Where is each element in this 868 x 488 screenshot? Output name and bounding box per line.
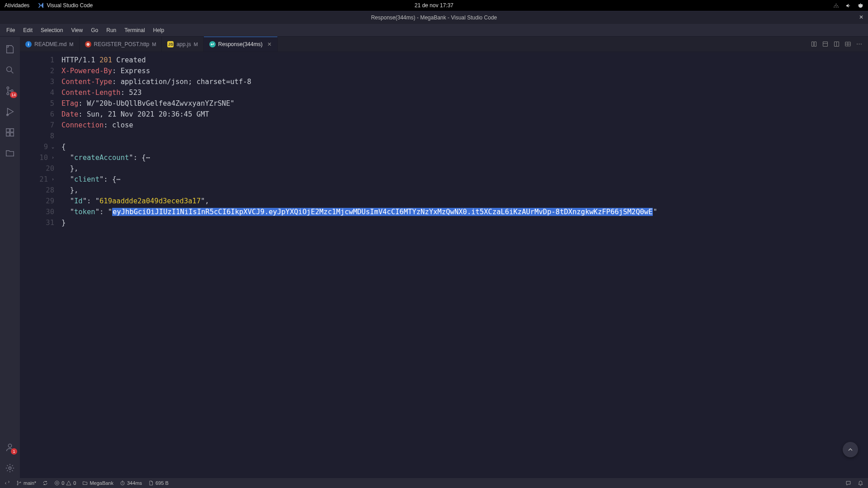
tab-readme[interactable]: i README.md M [20,37,80,52]
tab-close-button[interactable]: ✕ [267,41,272,47]
menu-view[interactable]: View [67,25,86,35]
code-text: ", [201,197,209,205]
line-number: 6 [44,109,54,120]
tab-label: REGISTER_POST.http [94,41,150,47]
line-number: 7 [44,120,54,131]
toggle-layout-icon[interactable] [844,41,851,47]
code-text: : application/json; charset=utf-8 [112,78,251,86]
svg-point-0 [7,67,12,72]
activity-run-debug[interactable] [0,102,20,122]
code-text: token [74,208,95,216]
volume-icon[interactable] [845,3,851,9]
activity-explorer[interactable] [0,39,20,59]
more-actions-icon[interactable] [856,41,863,47]
status-warnings-count: 0 [73,480,76,486]
tab-app-js[interactable]: JS app.js M [162,37,203,52]
desktop-clock[interactable]: 21 de nov 17:37 [415,2,453,9]
line-number: 20 [44,163,54,174]
code-text: 619aaddde2a049d3eced3a17 [99,197,201,205]
fold-collapsed-icon[interactable]: › [50,174,54,185]
menu-selection[interactable]: Selection [37,25,66,35]
power-icon[interactable] [858,3,863,9]
code-text: Content-Type [61,78,112,86]
fold-arrow-icon[interactable]: ⌄ [50,141,54,152]
tab-actions [805,37,868,52]
code-text: Content-Length [61,89,121,97]
status-project[interactable]: MegaBank [82,480,113,486]
tab-response[interactable]: ↩ Response(344ms) ✕ [204,37,278,52]
status-timing-value: 344ms [127,480,142,486]
code-text: Date [61,110,78,118]
http-icon: ⊕ [85,41,91,47]
menu-run[interactable]: Run [103,25,120,35]
status-timing[interactable]: 344ms [120,480,142,486]
tab-register-post[interactable]: ⊕ REGISTER_POST.http M [80,37,162,52]
desktop-topbar: Atividades Visual Studio Code 21 de nov … [0,0,868,11]
line-number: 29 [44,196,54,206]
compare-changes-icon[interactable] [811,41,817,47]
line-number: 28 [44,185,54,196]
line-number: 8 [44,131,54,141]
activity-accounts[interactable]: 1 [0,437,20,457]
code-text: ": " [95,208,112,216]
code-text: HTTP/1.1 [61,56,99,64]
line-number: 9 [38,141,48,152]
vscode-icon [38,2,44,9]
status-notifications[interactable] [858,480,863,486]
status-feedback[interactable] [845,480,851,486]
code-text: : Express [112,67,150,75]
code-editor[interactable]: 1 HTTP/1.1 201 Created 2 X-Powered-By: E… [20,52,868,478]
info-icon: i [25,41,32,47]
scroll-to-top-button[interactable] [843,442,858,457]
code-text: : Sun, 21 Nov 2021 20:36:45 GMT [78,110,209,118]
line-number: 3 [44,76,54,87]
activity-projects[interactable] [0,143,20,163]
menu-edit[interactable]: Edit [19,25,36,35]
code-text: client [74,175,99,183]
status-project-name: MegaBank [90,480,113,486]
menu-terminal[interactable]: Terminal [121,25,148,35]
svg-point-11 [17,484,18,485]
activity-search[interactable] [0,60,20,80]
status-remote[interactable] [5,480,10,486]
code-text: " [61,154,74,162]
network-icon[interactable] [833,3,839,9]
line-number: 10 [38,152,48,163]
code-text: " [61,208,74,216]
activity-source-control[interactable]: 14 [0,81,20,101]
menu-file[interactable]: File [3,25,19,35]
line-number: 1 [44,55,54,66]
code-text: createAccount [74,154,129,162]
menu-help[interactable]: Help [150,25,168,35]
active-app-indicator[interactable]: Visual Studio Code [38,2,93,9]
split-editor-icon[interactable] [833,41,840,47]
status-branch-name: main* [24,480,36,486]
tab-modified-marker: M [193,42,198,47]
activity-extensions[interactable] [0,122,20,142]
status-errors-count: 0 [61,480,64,486]
status-sync[interactable] [42,480,48,486]
activity-settings[interactable] [0,458,20,478]
status-size[interactable]: 695 B [148,480,169,486]
window-close-button[interactable]: ✕ [859,14,863,20]
vscode-window: Response(344ms) - MegaBank - Visual Stud… [0,11,868,488]
code-text: " [61,197,74,205]
code-text: : 523 [121,89,142,97]
active-app-name: Visual Studio Code [47,2,93,9]
status-branch[interactable]: main* [16,480,36,486]
window-titlebar[interactable]: Response(344ms) - MegaBank - Visual Stud… [0,11,868,24]
status-problems[interactable]: 0 0 [54,480,76,486]
line-number: 5 [44,98,54,109]
menu-go[interactable]: Go [87,25,102,35]
open-preview-icon[interactable] [822,41,829,47]
response-icon: ↩ [209,41,216,47]
fold-collapsed-icon[interactable]: › [50,152,54,163]
activities-button[interactable]: Atividades [5,2,29,9]
code-text: { [61,141,868,152]
code-text: }, [61,185,868,196]
tab-label: README.md [34,41,66,47]
svg-point-9 [861,44,862,45]
code-text: ": " [83,197,99,205]
svg-point-10 [17,481,18,482]
accounts-badge: 1 [11,448,17,455]
